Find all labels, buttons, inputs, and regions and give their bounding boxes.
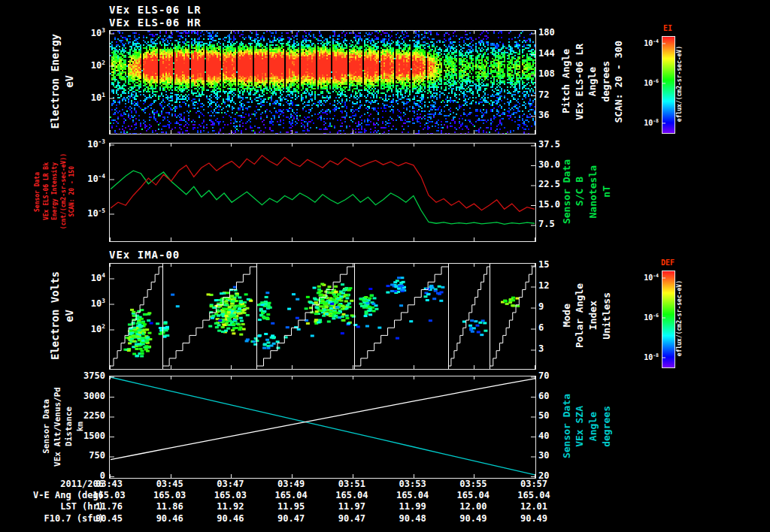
panel3-ylabel-line: eV [63,310,76,322]
intensity-bfield-plot [109,143,536,242]
panel1-ylabel-line: Electron Energy [49,34,62,128]
panel3-rlabel-line: Unitless [601,292,613,340]
p1-right-tick: 180 [538,28,568,37]
panel2-ylabel-line: (cnt/(cm2-sr-sec-eV)) [60,153,68,229]
table-value: 90.45 [83,514,135,523]
p3-y-tick: 104 [60,273,105,283]
altitude-sza-plot [109,376,536,479]
panel3-ylabel-line: Electron Volts [49,271,62,360]
p3-right-tick: 9 [538,302,568,311]
table-value: 90.47 [265,514,317,523]
table-value: 11.95 [265,502,317,511]
time-label: 03:47 [206,479,254,488]
table-value: 12.01 [508,502,559,511]
colorbar2-title: DEF [653,259,683,267]
table-value: 11.92 [205,502,256,511]
table-value: 165.04 [447,491,499,500]
vex-tplot-window: VEx ELS-06 LR VEx ELS-06 HR VEx IMA-00 E… [0,0,770,532]
colorbar2-units: eflux/(cm2-sr-sec-eV) [675,271,684,367]
colorbar1-units-text: eflux/(cm2-sr-sec-eV) [676,46,684,122]
table-value: 90.49 [508,514,559,523]
colorbar2-tick: 10-6 [627,313,659,322]
panel4-rlabel-line: Angle [587,412,599,441]
p1-y-tick: 103 [60,28,105,38]
time-label: 03:49 [267,479,315,488]
table-value: 90.46 [144,514,196,523]
p4-right-tick: 30 [538,451,568,460]
p3-right-tick: 12 [538,281,568,290]
panel3-title: VEx IMA-00 [109,249,180,261]
panel1-y-axis-label: Electron Energy eV [48,30,77,133]
p1-right-tick: 108 [538,69,568,78]
p2-right-tick: 30.0 [538,160,568,169]
colorbar2-units-text: eflux/(cm2-sr-sec-eV) [676,280,684,356]
panel1-ylabel-line: eV [63,75,76,88]
p4-y-tick: 2250 [60,411,105,420]
panel2-rlabel-line: nT [601,186,613,198]
p4-y-tick: 750 [60,451,105,460]
table-value: 12.00 [447,502,499,511]
panel1-title-hr: VEx ELS-06 HR [109,17,202,29]
p1-y-tick: 102 [60,60,105,70]
table-value: 90.48 [387,514,438,523]
p3-right-tick: 3 [538,344,568,353]
panel2-rlabel-line: S/C B [574,177,586,206]
p2-right-tick: 22.5 [538,180,568,189]
panel4-rlabel-line: Sensor Data [561,394,573,458]
table-value: 165.03 [205,491,256,500]
p4-y-tick: 3750 [60,371,105,380]
table-value: 165.03 [144,491,196,500]
panel1-rlabel-line: Pitch Angle [560,49,572,113]
panel3-rlabel-line: Index [587,301,599,330]
p4-right-tick: 50 [538,411,568,420]
p2-y-tick: 10-3 [60,139,105,149]
time-label: 03:51 [328,479,376,488]
els-spectrogram-plot [109,30,536,135]
table-value: 11.76 [83,502,135,511]
p1-right-tick: 36 [538,110,568,119]
p3-right-tick: 6 [538,323,568,332]
panel1-title-lr: VEx ELS-06 LR [109,4,202,16]
p3-y-tick: 103 [60,298,105,308]
p1-right-tick: 144 [538,49,568,58]
table-value: 90.49 [447,514,499,523]
time-label: 03:43 [85,479,133,488]
panel1-rlabel-line: Angle [587,67,599,96]
panel2-ylabel-line: VEx ELS-06 LR Bk [43,162,50,220]
time-label: 03:55 [449,479,497,488]
p3-y-tick: 102 [60,324,105,334]
panel3-rlabel-line: Polar Angle [574,283,586,348]
panel4-ylabel-line: Sensor Data [41,399,51,454]
p4-y-tick: 3000 [60,391,105,401]
panel4-rlabel-line: degrees [601,406,613,447]
p1-y-tick: 101 [60,92,105,102]
colorbar1-tick: 10-8 [627,119,659,127]
panel1-rlabel-line: VEx ELS-06 LR [574,44,586,120]
table-value: 11.86 [144,502,196,511]
table-value: 165.04 [265,491,317,500]
p2-right-tick: 37.5 [538,140,568,149]
panel2-ylabel-line: Sensor Data [34,172,41,212]
ima-spectrogram-plot [109,263,536,370]
panel1-rlabel-line: degrees [600,61,612,102]
p4-right-tick: 60 [538,391,568,401]
colorbar2 [662,271,675,368]
p2-y-tick: 10-4 [60,174,105,183]
table-value: 165.04 [387,491,438,500]
p2-right-tick: 15.0 [538,200,568,209]
colorbar1-tick: 10-6 [627,79,659,87]
p4-right-tick: 70 [538,371,568,380]
panel1-right-axis-label: Pitch Angle VEx ELS-06 LR Angle degrees … [559,30,626,133]
panel2-y-axis-label: Sensor Data VEx ELS-06 LR Bk Energy Inte… [32,141,78,242]
colorbar1-title: EI [656,25,680,32]
table-value: 165.03 [83,491,135,500]
p2-right-tick: 7.5 [538,219,568,228]
colorbar2-tick: 10-4 [627,274,659,282]
colorbar1-tick: 10-4 [627,39,659,47]
p3-right-tick: 15 [538,260,568,269]
colorbar2-tick: 10-8 [627,353,659,361]
time-label: 03:53 [389,479,437,488]
table-value: 90.47 [326,514,377,523]
time-label: 03:57 [510,479,558,488]
p4-right-tick: 40 [538,431,568,440]
